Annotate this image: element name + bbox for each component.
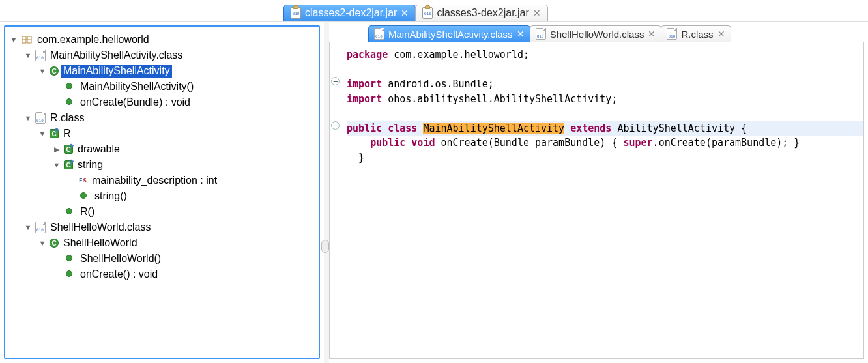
tree-label: onCreate(Bundle) : void [78, 96, 192, 109]
toggle-icon[interactable]: ▼ [23, 51, 33, 60]
tree-package[interactable]: ▼ com.example.helloworld [7, 32, 317, 48]
class-file-icon [35, 222, 46, 233]
jar-icon [422, 7, 433, 19]
fold-icon[interactable]: − [331, 121, 340, 130]
tree-method[interactable]: ▼ ShellHelloWorld() [7, 251, 317, 267]
class-icon: C [50, 239, 59, 248]
tree-class-file[interactable]: ▼ R.class [7, 110, 317, 126]
source-editor[interactable]: − − package com.example.helloworld; impo… [329, 42, 864, 359]
jar-tab-classes3[interactable]: classes3-dex2jar.jar ✕ [415, 5, 547, 21]
editor-tab-main[interactable]: MainAbilityShellActivity.class ✕ [368, 25, 530, 42]
method-icon [66, 98, 72, 105]
tree-class-file[interactable]: ▼ MainAbilityShellActivity.class [7, 48, 317, 63]
class-icon: C [50, 129, 59, 138]
method-icon [66, 270, 72, 277]
tree-label: MainAbilityShellActivity.class [48, 49, 184, 62]
close-icon[interactable]: ✕ [533, 8, 541, 18]
toggle-icon[interactable]: ▼ [23, 113, 33, 123]
tree-inner-class[interactable]: ▼ C string [7, 157, 317, 173]
tree-label: string() [93, 190, 129, 203]
editor-pane: MainAbilityShellActivity.class ✕ ShellHe… [329, 25, 868, 363]
tree-method[interactable]: ▼ onCreate() : void [7, 267, 317, 282]
tree-field[interactable]: ▼ mainability_description : int [7, 173, 317, 188]
package-explorer[interactable]: ▼ com.example.helloworld ▼ MainAbilitySh… [4, 25, 320, 359]
toggle-icon[interactable]: ▼ [52, 160, 61, 169]
tab-label: R.class [681, 29, 713, 40]
tree-inner-class[interactable]: ▶ C drawable [7, 141, 317, 157]
tab-label: ShellHelloWorld.class [550, 29, 644, 40]
tree-label: drawable [76, 143, 122, 156]
close-icon[interactable]: ✕ [517, 29, 525, 39]
class-file-icon [667, 28, 677, 40]
tree-label: onCreate() : void [78, 268, 160, 281]
divider-handle-icon[interactable] [321, 240, 329, 253]
tab-label: classes2-dex2jar.jar [305, 7, 397, 19]
jar-tabs: classes2-dex2jar.jar ✕ classes3-dex2jar.… [0, 0, 868, 21]
toggle-icon[interactable]: ▼ [9, 35, 18, 44]
class-file-icon [35, 112, 46, 124]
close-icon[interactable]: ✕ [648, 29, 656, 39]
tree-class-selected[interactable]: ▼ C MainAbilityShellActivity [7, 63, 317, 79]
editor-tab-r[interactable]: R.class ✕ [661, 25, 731, 42]
tree-label: R [61, 127, 73, 140]
tree-label: ShellHelloWorld [61, 237, 139, 250]
class-icon: C [64, 145, 73, 154]
toggle-icon[interactable]: ▼ [23, 223, 33, 232]
close-icon[interactable]: ✕ [401, 8, 409, 18]
jar-tab-classes2[interactable]: classes2-dex2jar.jar ✕ [283, 5, 416, 21]
tree-class[interactable]: ▼ C ShellHelloWorld [7, 235, 317, 251]
method-icon [66, 208, 72, 214]
code-content: package com.example.helloworld; import a… [347, 48, 863, 165]
close-icon[interactable]: ✕ [717, 29, 725, 39]
class-icon: C [64, 160, 73, 169]
method-icon [66, 255, 72, 261]
class-file-icon [35, 50, 46, 61]
field-icon [78, 176, 87, 185]
tab-label: classes3-dex2jar.jar [437, 7, 528, 19]
tree-label: ShellHelloWorld() [78, 252, 163, 265]
tab-label: MainAbilityShellActivity.class [388, 29, 513, 40]
tree-method[interactable]: ▼ onCreate(Bundle) : void [7, 94, 317, 110]
tree-label: MainAbilityShellActivity [61, 65, 172, 78]
editor-tab-shell[interactable]: ShellHelloWorld.class ✕ [530, 25, 662, 42]
jar-icon [291, 7, 301, 19]
class-file-icon [374, 28, 384, 40]
tree-label: mainability_description : int [90, 174, 219, 187]
tree-class[interactable]: ▼ C R [7, 126, 317, 141]
method-icon [66, 83, 72, 89]
tree-label: R() [78, 205, 96, 218]
method-icon [80, 192, 87, 199]
tree-method[interactable]: ▼ MainAbilityShellActivity() [7, 79, 317, 94]
class-icon: C [50, 66, 59, 76]
tree-label: string [76, 158, 105, 171]
class-file-icon [536, 28, 546, 40]
toggle-icon[interactable]: ▶ [52, 145, 61, 154]
toggle-icon[interactable]: ▼ [38, 129, 47, 138]
tree-label: R.class [48, 111, 86, 124]
editor-tabs: MainAbilityShellActivity.class ✕ ShellHe… [329, 25, 868, 42]
main-split: ▼ com.example.helloworld ▼ MainAbilitySh… [0, 21, 868, 363]
toggle-icon[interactable]: ▼ [38, 66, 47, 76]
package-icon [21, 34, 33, 46]
tree-label: com.example.helloworld [35, 33, 151, 46]
tree-class-file[interactable]: ▼ ShellHelloWorld.class [7, 220, 317, 235]
tree-method[interactable]: ▼ string() [7, 188, 317, 204]
tree-label: ShellHelloWorld.class [48, 221, 152, 234]
tree-method[interactable]: ▼ R() [7, 204, 317, 220]
tree-label: MainAbilityShellActivity() [78, 80, 195, 93]
split-divider[interactable] [324, 22, 329, 363]
fold-icon[interactable]: − [331, 77, 340, 85]
toggle-icon[interactable]: ▼ [38, 239, 47, 248]
